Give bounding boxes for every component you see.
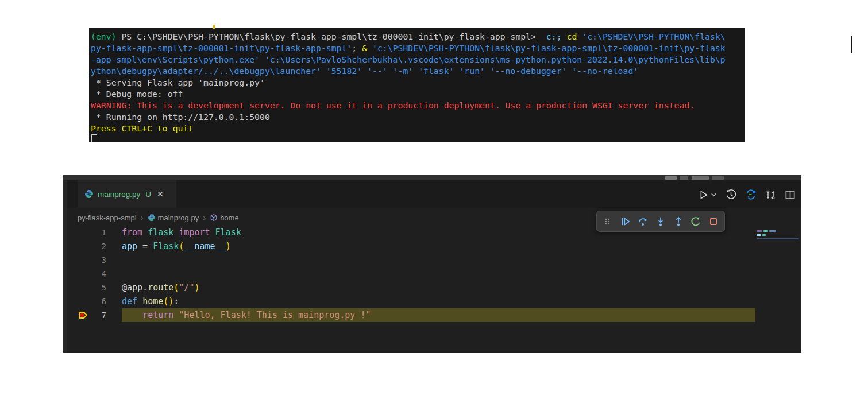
- terminal-line: * Serving Flask app 'mainprog.py': [91, 77, 745, 88]
- terminal-cursor: [91, 134, 97, 142]
- minimap-mark: [762, 234, 766, 236]
- tab-label: mainprog.py: [98, 190, 140, 199]
- python-icon: [84, 189, 94, 199]
- breadcrumb: py-flask-app-smpl › mainprog.py › home: [78, 211, 239, 224]
- minimap-mark: [769, 230, 776, 232]
- integrated-terminal[interactable]: (env) PS C:\PSHDEV\PSH-PYTHON\flask\py-f…: [89, 28, 745, 142]
- terminal-line: * Running on http://127.0.0.1:5000: [91, 111, 745, 123]
- debug-drag-handle[interactable]: [600, 214, 615, 229]
- line-number: 6: [67, 297, 106, 306]
- terminal-clipped-text-artifact: [213, 25, 215, 29]
- debug-restart-icon[interactable]: [688, 214, 703, 229]
- breadcrumb-symbol[interactable]: home: [210, 214, 239, 222]
- terminal-line: ython\debugpy\adapter/../..\debugpy\laun…: [91, 65, 745, 77]
- terminal-line: py-flask-app-smpl\tz-000001-init\py-flas…: [91, 42, 745, 54]
- code-line: 4: [67, 267, 801, 281]
- terminal-line: Press CTRL+C to quit: [91, 123, 745, 134]
- breadcrumb-separator: ›: [141, 212, 144, 222]
- split-editor-icon[interactable]: [785, 189, 796, 200]
- minimap-mark: [757, 230, 762, 232]
- line-number: 4: [67, 269, 106, 278]
- compare-changes-icon[interactable]: [765, 189, 776, 200]
- breadcrumb-file[interactable]: mainprog.py: [148, 214, 199, 222]
- debug-toolbar: [596, 211, 725, 232]
- page-caret-artifact: [851, 36, 852, 53]
- line-number: 3: [67, 255, 106, 265]
- code-editor[interactable]: 1from flask import Flask 2app = Flask(__…: [67, 226, 801, 322]
- minimap-mark: [757, 234, 761, 236]
- code-line: 5@app.route("/"): [67, 281, 801, 294]
- titlebar-remnant: [665, 176, 677, 180]
- extension-run-icon[interactable]: [745, 189, 757, 200]
- chevron-down-icon: [711, 192, 717, 198]
- code-line: 2app = Flask(__name__): [67, 239, 801, 253]
- minimap[interactable]: [755, 226, 801, 294]
- terminal-line: * Debug mode: off: [91, 88, 745, 100]
- minimap-mark: [763, 230, 768, 232]
- symbol-cube-icon: [210, 214, 218, 222]
- vscode-editor-window: mainprog.py U ✕: [63, 175, 801, 353]
- tab-close-icon[interactable]: ✕: [157, 190, 164, 198]
- python-icon: [148, 214, 156, 222]
- editor-actions: [698, 187, 796, 202]
- terminal-line: (env) PS C:\PSHDEV\PSH-PYTHON\flask\py-f…: [91, 31, 745, 42]
- code-line-current-debug: 7 return "Hello, Flask! This is mainprog…: [67, 308, 801, 322]
- breakpoint-current-statement-icon[interactable]: [78, 310, 89, 320]
- debug-step-into-icon[interactable]: [653, 214, 668, 229]
- terminal-cursor-line: [91, 134, 745, 142]
- history-icon[interactable]: [726, 189, 736, 200]
- titlebar-remnant: [692, 176, 709, 180]
- minimap-highlight-mark: [757, 238, 799, 239]
- breadcrumb-folder[interactable]: py-flask-app-smpl: [78, 214, 137, 222]
- code-line: 6def home():: [67, 294, 801, 308]
- tab-mainprog[interactable]: mainprog.py U ✕: [78, 180, 176, 208]
- line-number: 1: [67, 228, 106, 237]
- debug-step-over-icon[interactable]: [635, 214, 650, 229]
- terminal-line: -app-smpl\env\Scripts\python.exe' 'c:\Us…: [91, 54, 745, 65]
- debug-continue-icon[interactable]: [618, 214, 633, 229]
- debug-stop-icon[interactable]: [706, 214, 721, 229]
- code-line: 3: [67, 253, 801, 267]
- titlebar-remnant: [712, 176, 724, 180]
- terminal-line: WARNING: This is a development server. D…: [91, 100, 745, 111]
- line-number: 5: [67, 283, 106, 292]
- debug-step-out-icon[interactable]: [671, 214, 686, 229]
- window-left-edge: [63, 180, 67, 353]
- titlebar-remnant: [680, 176, 688, 180]
- titlebar-clipped: [63, 175, 801, 180]
- tab-git-status-badge: U: [145, 190, 151, 199]
- line-number: 2: [67, 242, 106, 251]
- breadcrumb-separator: ›: [203, 212, 206, 222]
- tab-bar: mainprog.py U ✕: [67, 180, 801, 208]
- run-button[interactable]: [698, 189, 717, 200]
